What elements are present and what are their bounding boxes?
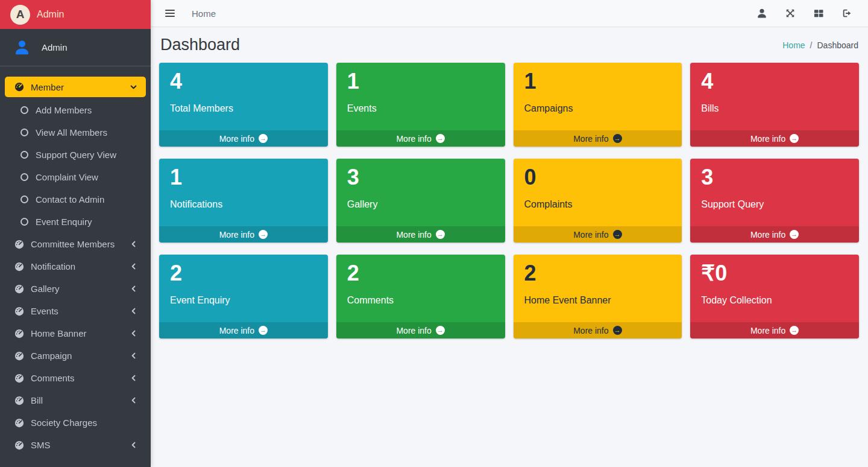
- circle-icon: [20, 195, 28, 203]
- breadcrumb-current: Dashboard: [817, 40, 859, 50]
- content-header: Dashboard Home / Dashboard: [151, 27, 868, 62]
- chevron-left-icon: [130, 442, 137, 448]
- stat-card-complaints: 0 Complaints More info →: [514, 159, 682, 243]
- sidebar-item-support-query-view[interactable]: Support Query View: [5, 144, 146, 166]
- stat-value: 2: [524, 262, 671, 285]
- more-info-label: More info: [750, 326, 785, 335]
- stat-value: 3: [347, 166, 494, 189]
- user-name: Admin: [42, 42, 68, 52]
- stat-value: 4: [170, 70, 317, 93]
- circle-icon: [20, 173, 28, 181]
- brand-logo-letter: A: [16, 8, 25, 21]
- user-button[interactable]: [756, 7, 768, 19]
- brand-title: Admin: [37, 9, 64, 20]
- brand-logo: A: [10, 5, 30, 25]
- sidebar-item-label: Gallery: [31, 284, 60, 294]
- sidebar-item-complaint-view[interactable]: Complaint View: [5, 166, 146, 188]
- sidebar-item-committee-members[interactable]: Committee Members: [5, 233, 146, 255]
- sidebar-item-label: SMS: [31, 440, 51, 450]
- fullscreen-button[interactable]: [784, 7, 796, 19]
- brand-link[interactable]: A Admin: [0, 0, 151, 29]
- gauge-icon: [14, 328, 25, 339]
- sidebar-item-label: Home Banner: [31, 328, 87, 338]
- sidebar-item-label: Event Enquiry: [36, 217, 92, 227]
- sidebar-item-label: View All Members: [36, 127, 107, 138]
- arrow-circle-right-icon: →: [259, 326, 268, 335]
- gauge-icon: [14, 306, 25, 317]
- more-info-link[interactable]: More info →: [336, 130, 505, 147]
- main-area: Home Dashboard Home / Dashboard: [151, 0, 868, 467]
- sidebar-item-sms[interactable]: SMS: [5, 434, 146, 456]
- arrow-circle-right-icon: →: [790, 134, 799, 143]
- gauge-icon: [14, 81, 25, 92]
- grid-button[interactable]: [813, 7, 825, 19]
- more-info-label: More info: [750, 134, 785, 144]
- more-info-link[interactable]: More info →: [690, 322, 859, 338]
- more-info-link[interactable]: More info →: [159, 226, 328, 243]
- sidebar-item-home-banner[interactable]: Home Banner: [5, 322, 146, 345]
- sidebar-item-comments[interactable]: Comments: [5, 367, 146, 389]
- sidebar-item-contact-to-admin[interactable]: Contact to Admin: [5, 188, 146, 211]
- sidebar-item-add-members[interactable]: Add Members: [5, 99, 146, 121]
- sidebar-item-view-all-members[interactable]: View All Members: [5, 121, 146, 144]
- sidebar-item-label: Add Members: [36, 105, 92, 115]
- more-info-link[interactable]: More info →: [690, 130, 859, 147]
- more-info-label: More info: [396, 230, 431, 240]
- sidebar-item-label: Complaint View: [36, 172, 98, 182]
- more-info-link[interactable]: More info →: [690, 226, 859, 243]
- chevron-left-icon: [130, 375, 137, 381]
- sidebar-item-event-enquiry[interactable]: Event Enquiry: [5, 211, 146, 233]
- stat-label: Support Query: [701, 199, 848, 210]
- sidebar-item-campaign[interactable]: Campaign: [5, 345, 146, 367]
- gauge-icon: [14, 418, 25, 428]
- more-info-label: More info: [396, 326, 431, 335]
- sidebar-item-member[interactable]: Member: [5, 77, 146, 97]
- sidebar-item-society-charges[interactable]: Society Charges: [5, 411, 146, 434]
- arrow-circle-right-icon: →: [259, 134, 268, 143]
- breadcrumb-divider: /: [810, 40, 813, 50]
- stat-label: Event Enquiry: [170, 295, 317, 306]
- arrow-circle-right-icon: →: [613, 326, 622, 335]
- stat-card-campaigns: 1 Campaigns More info →: [514, 63, 682, 147]
- arrow-circle-right-icon: →: [436, 230, 445, 239]
- more-info-label: More info: [573, 326, 608, 335]
- gauge-icon: [14, 351, 25, 361]
- sidebar-item-bill[interactable]: Bill: [5, 389, 146, 411]
- chevron-left-icon: [130, 330, 137, 337]
- expand-arrows-icon: [784, 7, 796, 19]
- more-info-link[interactable]: More info →: [159, 322, 328, 338]
- stat-card-gallery: 3 Gallery More info →: [336, 159, 505, 243]
- user-panel: Admin: [0, 29, 151, 66]
- stat-value: ₹0: [701, 262, 848, 285]
- arrow-circle-right-icon: →: [259, 230, 268, 239]
- stat-value: 2: [170, 262, 317, 285]
- more-info-link[interactable]: More info →: [514, 226, 682, 243]
- more-info-link[interactable]: More info →: [336, 322, 505, 338]
- more-info-label: More info: [219, 134, 254, 144]
- nav-home-link[interactable]: Home: [192, 8, 216, 19]
- sidebar-item-events[interactable]: Events: [5, 300, 146, 322]
- logout-button[interactable]: [841, 7, 853, 19]
- sidebar-item-notification[interactable]: Notification: [5, 255, 146, 278]
- more-info-link[interactable]: More info →: [159, 130, 328, 147]
- sidebar-item-label: Society Charges: [31, 418, 97, 428]
- more-info-link[interactable]: More info →: [514, 130, 682, 147]
- stat-label: Notifications: [170, 199, 317, 210]
- circle-icon: [20, 106, 28, 114]
- stat-card-total-members: 4 Total Members More info →: [159, 63, 328, 147]
- breadcrumb-home-link[interactable]: Home: [782, 40, 805, 50]
- gauge-icon: [14, 284, 25, 294]
- arrow-circle-right-icon: →: [613, 230, 622, 239]
- sidebar-toggle-button[interactable]: [164, 7, 176, 19]
- more-info-link[interactable]: More info →: [336, 226, 505, 243]
- chevron-left-icon: [130, 263, 137, 270]
- sidebar-item-label: Bill: [31, 395, 43, 405]
- stat-label: Gallery: [347, 199, 494, 210]
- more-info-link[interactable]: More info →: [514, 322, 682, 338]
- arrow-circle-right-icon: →: [790, 230, 799, 239]
- stat-card-home-event-banner: 2 Home Event Banner More info →: [514, 255, 682, 338]
- stat-value: 1: [170, 166, 317, 189]
- arrow-circle-right-icon: →: [436, 326, 445, 335]
- sidebar-item-gallery[interactable]: Gallery: [5, 278, 146, 300]
- top-navbar: Home: [151, 0, 868, 27]
